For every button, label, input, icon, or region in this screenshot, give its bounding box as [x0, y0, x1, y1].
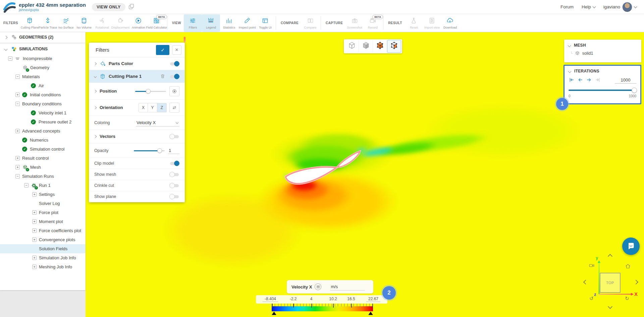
chevron-right-icon[interactable]	[94, 135, 97, 138]
toggle-switch[interactable]	[169, 183, 179, 188]
home-view-icon[interactable]	[625, 263, 631, 269]
tree-expander[interactable]: +	[15, 165, 20, 169]
toolbar-button-statistics[interactable]: Statistics	[220, 14, 238, 32]
tree-item-simulation-runs[interactable]: −Simulation Runs	[0, 172, 86, 181]
toggle-switch[interactable]	[169, 161, 179, 166]
legend-unit-select[interactable]: m/s	[330, 283, 365, 290]
filter-row-parts-color[interactable]: Parts Color	[89, 57, 185, 70]
rotate-down-chevron[interactable]	[608, 304, 612, 309]
position-slider[interactable]	[135, 89, 166, 94]
tree-item-moment-plot[interactable]: +Moment plot	[0, 217, 86, 226]
tree-item-geometries-2-[interactable]: GEOMETRIES (2)	[0, 32, 86, 42]
coloring-select[interactable]: Velocity X	[136, 119, 179, 126]
tree-item-settings[interactable]: +Settings	[0, 190, 86, 199]
rotate-ccw-icon[interactable]: ↺	[589, 296, 594, 302]
tree-item-meshing-job-info[interactable]: +Meshing Job Info	[0, 262, 86, 271]
nav-cube-top-face[interactable]: TOP	[600, 273, 621, 293]
close-button[interactable]: ✕	[172, 45, 181, 55]
legend-tick-22.67[interactable]: 22.67	[366, 297, 380, 302]
toolbar-button-iso-volume[interactable]: Iso Volume	[75, 14, 93, 32]
orientation-z-button[interactable]: Z	[157, 103, 167, 112]
tree-item-solver-log[interactable]: Solver Log	[0, 199, 86, 208]
rotate-left-chevron[interactable]	[583, 280, 588, 284]
toolbar-button-cutting-plane[interactable]: Cutting Plane	[21, 14, 39, 32]
help-menu[interactable]: Help	[582, 4, 595, 9]
tree-expander[interactable]: −	[15, 102, 20, 106]
toolbar-button-animation[interactable]: Animation	[129, 14, 148, 32]
tree-expander[interactable]: +	[32, 210, 37, 215]
rotate-right-chevron[interactable]	[634, 280, 638, 284]
filter-row-orientation[interactable]: OrientationXYZ	[89, 100, 185, 116]
tree-item-simulation-control[interactable]: ✓Simulation control	[0, 145, 86, 154]
forum-link[interactable]: Forum	[560, 4, 574, 9]
range-max-marker[interactable]	[368, 312, 373, 315]
tree-item-incompressible[interactable]: −Incompressible	[0, 54, 86, 63]
tree-item-force-coefficients-plot[interactable]: +Force coefficients plot	[0, 226, 86, 235]
filter-row-position[interactable]: Position	[89, 83, 185, 100]
support-chat-button[interactable]	[622, 237, 640, 255]
legend-tick--8.404[interactable]: -8.404	[263, 297, 278, 302]
tree-item-advanced-concepts[interactable]: +Advanced concepts	[0, 126, 86, 136]
filter-row-crinkle-cut[interactable]: Crinkle cut	[89, 180, 185, 191]
toolbar-button-filters[interactable]: Filters	[184, 14, 202, 32]
tree-item-initial-conditions[interactable]: +✓Initial conditions	[0, 90, 86, 99]
toggle-switch[interactable]	[169, 134, 179, 139]
trash-icon[interactable]	[160, 73, 165, 80]
user-menu[interactable]: igaviano	[603, 2, 637, 12]
tree-item-pressure-outlet-2[interactable]: ✓Pressure outlet 2	[0, 117, 86, 126]
tree-expander[interactable]: +	[15, 129, 20, 133]
chevron-right-icon[interactable]	[94, 90, 97, 92]
orientation-y-button[interactable]: Y	[148, 103, 157, 112]
tree-expander[interactable]: +	[15, 93, 20, 97]
rotate-cw-icon[interactable]: ↻	[625, 296, 629, 302]
tree-item-boundary-conditions[interactable]: −Boundary conditions	[0, 99, 86, 108]
legend-menu-icon[interactable]	[315, 283, 321, 290]
tree-item-geometry[interactable]: ✓Geometry	[0, 63, 86, 72]
tree-item-velocity-inlet-1[interactable]: ✓Velocity inlet 1	[0, 108, 86, 117]
toolbar-button-download[interactable]: Download	[441, 14, 459, 32]
tree-item-result-control[interactable]: +Result control	[0, 154, 86, 163]
toolbar-button-particle-trace[interactable]: Particle Trace	[39, 14, 57, 32]
filter-row-cutting-plane-1[interactable]: Cutting Plane 1	[89, 70, 185, 83]
range-min-marker[interactable]	[272, 312, 276, 315]
chevron-down-icon[interactable]	[4, 47, 8, 51]
tree-expander[interactable]: +	[32, 219, 37, 224]
tree-expander[interactable]: −	[15, 74, 20, 79]
toolbar-button-toggle-ui[interactable]: Toggle UI	[256, 14, 274, 32]
toolbar-button-iso-surface[interactable]: Iso Surface	[57, 14, 75, 32]
copy-project-icon[interactable]	[129, 4, 135, 10]
tree-item-numerics[interactable]: ✓Numerics	[0, 136, 86, 145]
target-icon-button[interactable]	[169, 86, 179, 96]
3d-viewport[interactable]: Filters ✓ ✕ Parts ColorCutting Plane 1Po…	[86, 32, 644, 317]
filter-row-vectors[interactable]: Vectors	[89, 130, 185, 143]
flip-orientation-button[interactable]	[169, 103, 179, 113]
filter-row-opacity[interactable]: Opacity1	[89, 143, 185, 158]
toggle-switch[interactable]	[169, 61, 179, 66]
tree-item-mesh[interactable]: +✓Mesh	[0, 163, 86, 172]
tree-item-force-plot[interactable]: +Force plot	[0, 208, 86, 217]
apply-button[interactable]: ✓	[156, 45, 169, 55]
tree-expander[interactable]: +	[15, 156, 20, 160]
tree-item-convergence-plots[interactable]: +Convergence plots	[0, 235, 86, 244]
filter-row-show-mesh[interactable]: Show mesh	[89, 169, 185, 180]
tree-item-run-1[interactable]: −✓Run 1	[0, 181, 86, 190]
camera-view-icon[interactable]	[589, 263, 595, 269]
tree-expander[interactable]: −	[24, 183, 29, 188]
filter-row-show-plane[interactable]: Show plane	[89, 191, 185, 202]
opacity-slider[interactable]	[134, 148, 165, 153]
tree-expander[interactable]: −	[15, 174, 20, 178]
tree-expander[interactable]: +	[32, 256, 37, 260]
chevron-right-icon[interactable]	[94, 62, 97, 65]
tree-item-simulation-job-info[interactable]: +Simulation Job Info	[0, 253, 86, 262]
toggle-switch[interactable]	[169, 74, 179, 79]
toggle-switch[interactable]	[169, 172, 179, 177]
opacity-value-input[interactable]: 1	[168, 147, 179, 154]
slider-thumb[interactable]	[157, 148, 162, 153]
toggle-switch[interactable]	[169, 194, 179, 199]
filter-row-coloring[interactable]: ColoringVelocity X	[89, 116, 185, 130]
tree-item-materials[interactable]: −Materials	[0, 72, 86, 81]
chevron-right-icon[interactable]	[4, 36, 8, 39]
tree-item-simulations[interactable]: SIMULATIONS	[0, 44, 86, 54]
tree-expander[interactable]: +	[32, 265, 37, 269]
filter-row-clip-model[interactable]: Clip model	[89, 158, 185, 169]
